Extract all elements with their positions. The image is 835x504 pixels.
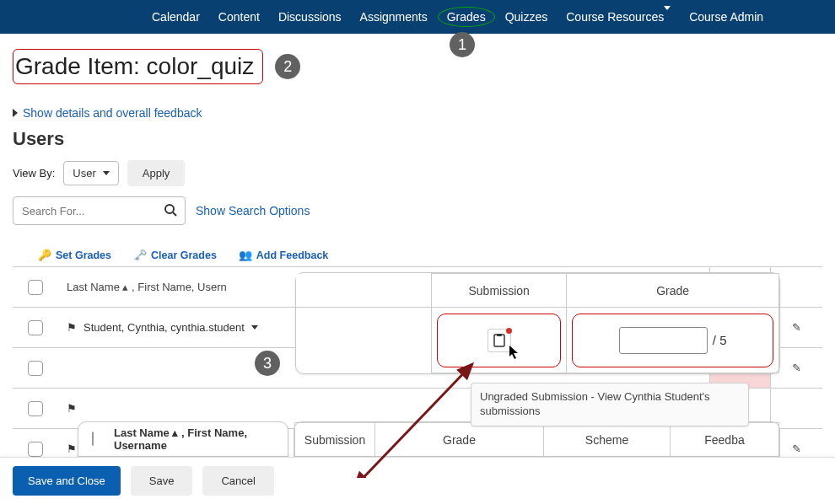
- select-all-checkbox[interactable]: [28, 280, 43, 295]
- select-all-checkbox[interactable]: [92, 432, 94, 446]
- key-icon: 🗝️: [133, 249, 147, 261]
- frag1-col-grade: Grade: [567, 274, 779, 308]
- nav-assignments[interactable]: Assignments: [360, 10, 428, 24]
- edit-feedback-icon[interactable]: ✎: [792, 321, 801, 334]
- grade-out-of: / 5: [713, 333, 727, 347]
- chevron-down-icon: [103, 171, 110, 175]
- key-icon: 🔑: [38, 249, 51, 261]
- apply-button[interactable]: Apply: [127, 160, 186, 186]
- flag-icon: ⚑: [67, 442, 77, 455]
- red-dot-icon: [506, 328, 512, 334]
- show-details-label: Show details and overall feedback: [23, 106, 202, 120]
- frag3-col-submission: Submission: [295, 423, 375, 457]
- row-checkbox[interactable]: [28, 442, 43, 457]
- chevron-down-icon[interactable]: [251, 325, 258, 330]
- grade-input[interactable]: [619, 327, 708, 354]
- svg-point-0: [165, 205, 174, 213]
- footer-bar: Save and Close Save Cancel: [0, 457, 835, 478]
- flag-icon: ⚑: [67, 321, 77, 334]
- svg-line-1: [173, 212, 176, 216]
- svg-rect-3: [497, 334, 502, 336]
- page-title: Grade Item: color_quiz: [13, 49, 263, 84]
- nav-quizzes[interactable]: Quizzes: [505, 10, 548, 24]
- row-checkbox[interactable]: [28, 361, 43, 376]
- search-input[interactable]: [22, 205, 164, 217]
- edit-feedback-icon[interactable]: ✎: [792, 362, 801, 374]
- fragment-submission-grade: 3 Submission Grade: [295, 272, 780, 374]
- search-icon[interactable]: [164, 203, 177, 219]
- nav-course-admin[interactable]: Course Admin: [689, 10, 763, 24]
- show-details-toggle[interactable]: Show details and overall feedback: [13, 106, 202, 120]
- frag2-header-name[interactable]: Last Name ▴ , First Name, Username: [107, 422, 288, 456]
- nav-calendar[interactable]: Calendar: [152, 10, 200, 24]
- set-grades-action[interactable]: 🔑Set Grades: [38, 249, 111, 261]
- annotation-badge-3: 3: [255, 351, 280, 376]
- nav-course-resources[interactable]: Course Resources: [566, 10, 671, 24]
- frag1-col-submission: Submission: [431, 274, 566, 308]
- clear-grades-action[interactable]: 🗝️Clear Grades: [133, 249, 217, 261]
- cancel-button[interactable]: Cancel: [202, 466, 273, 478]
- ungraded-submission-button[interactable]: [488, 329, 511, 352]
- view-by-label: View By:: [13, 167, 55, 180]
- add-feedback-action[interactable]: 👥Add Feedback: [239, 249, 328, 261]
- nav-grades[interactable]: Grades: [438, 7, 495, 27]
- row-checkbox[interactable]: [28, 320, 43, 335]
- top-navbar: Calendar Content Discussions Assignments…: [0, 0, 835, 34]
- chevron-down-icon: [664, 6, 671, 24]
- save-and-close-button[interactable]: Save and Close: [13, 466, 121, 478]
- view-by-value: User: [73, 167, 95, 180]
- frag3-col-scheme: Scheme: [544, 423, 671, 457]
- users-heading: Users: [13, 128, 822, 150]
- submission-tooltip: Ungraded Submission - View Cynthia Stude…: [471, 383, 749, 426]
- nav-content[interactable]: Content: [218, 10, 260, 24]
- nav-discussions[interactable]: Discussions: [278, 10, 342, 24]
- annotation-badge-2: 2: [275, 54, 300, 79]
- save-button[interactable]: Save: [131, 466, 193, 478]
- frag3-col-feedback: Feedba: [671, 423, 779, 457]
- row-checkbox[interactable]: [28, 401, 43, 416]
- edit-feedback-icon[interactable]: ✎: [792, 442, 801, 455]
- chevron-right-icon: [13, 109, 18, 117]
- view-by-select[interactable]: User: [63, 161, 118, 185]
- people-icon: 👥: [239, 249, 252, 261]
- search-box[interactable]: [13, 196, 186, 225]
- flag-icon: ⚑: [67, 402, 77, 415]
- svg-rect-2: [494, 335, 504, 346]
- show-search-options-link[interactable]: Show Search Options: [196, 204, 310, 217]
- frag3-col-grade: Grade: [375, 423, 544, 457]
- cursor-icon: [509, 345, 520, 362]
- frag1-empty-corner: [296, 274, 431, 308]
